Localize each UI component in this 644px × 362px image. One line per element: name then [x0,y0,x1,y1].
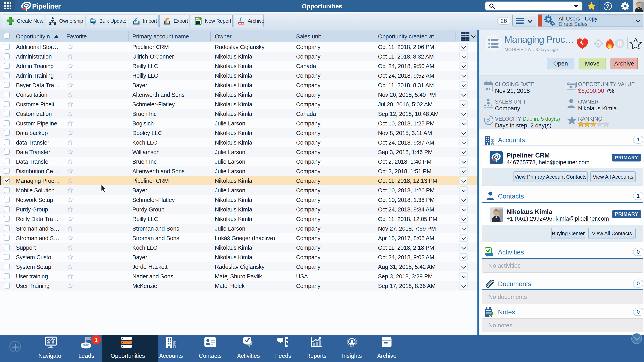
svg-text:?: ? [606,3,609,9]
